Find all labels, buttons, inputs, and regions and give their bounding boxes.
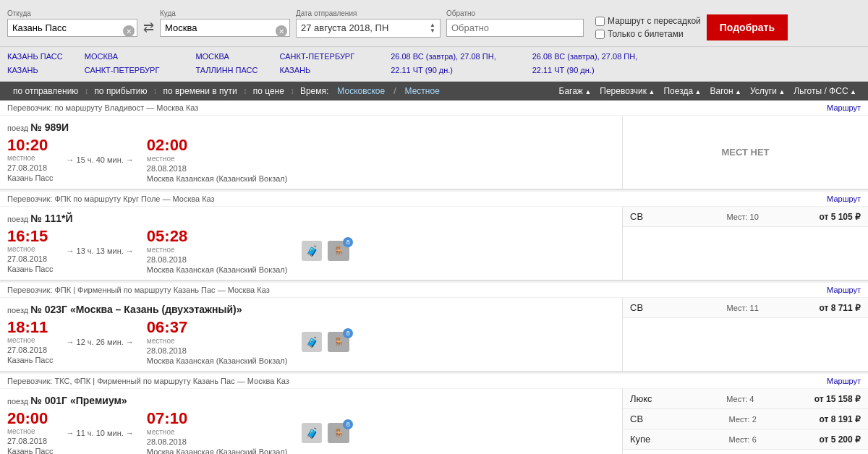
depart-block: 18:11 местное 27.08.2018 Казань Пасс: [7, 319, 53, 364]
sort-by-travel-time[interactable]: по времени в пути: [157, 86, 242, 96]
travel-duration: → 15 ч. 40 мин. →: [66, 155, 133, 164]
from-link-4[interactable]: САНКТ-ПЕТЕРБУРГ: [85, 64, 160, 77]
filter-luggage[interactable]: Багаж: [555, 86, 596, 96]
ticket-panel-3: СВ Мест: 11 от 8 711 ₽: [622, 298, 868, 371]
ticket-price: от 15 158 ₽: [814, 394, 861, 404]
date-quick-links: 26.08 ВС (завтра), 27.08 ПН, 22.11 ЧТ (9…: [391, 50, 496, 77]
to-link-1[interactable]: МОСКВА: [195, 50, 258, 64]
filter-wagon[interactable]: Вагон: [706, 86, 746, 96]
depart-station: Казань Пасс: [7, 356, 53, 364]
ticket-panel-1: МЕСТ НЕТ: [622, 116, 868, 189]
tickets-label: Только с билетами: [608, 29, 684, 39]
from-link-2[interactable]: КАЗАНЬ: [7, 64, 63, 77]
seat-badge: 8: [343, 419, 353, 429]
train-number-2: поезд № 111*Й: [7, 213, 615, 224]
arrive-block: 02:00 местное 28.08.2018 Москва Казанска…: [147, 136, 288, 183]
number-label: поезд: [7, 124, 30, 132]
train-times-1: 10:20 местное 27.08.2018 Казань Пасс → 1…: [7, 136, 615, 183]
ticket-row-3-0[interactable]: СВ Мест: 11 от 8 711 ₽: [623, 298, 868, 318]
swap-button[interactable]: ⇄: [143, 20, 154, 35]
seat-icon: 🪑 8: [328, 332, 349, 352]
luggage-icon: 🧳: [302, 241, 322, 261]
sort-by-price[interactable]: по цене: [247, 86, 290, 96]
date-value: 27 августа 2018, ПН: [301, 22, 427, 33]
date-link-2[interactable]: 22.11 ЧТ (90 дн.): [391, 64, 496, 77]
to-quick-links-2: САНКТ-ПЕТЕРБУРГ КАЗАНЬ: [280, 50, 355, 77]
carrier-text: Перевозчик: ФПК | Фирменный по маршруту …: [7, 286, 270, 294]
to-link-2[interactable]: ТАЛЛИНН ПАСС: [195, 64, 258, 77]
ticket-row-4-2[interactable]: Купе Мест: 6 от 5 200 ₽: [623, 429, 868, 450]
seat-badge: 8: [343, 237, 353, 247]
search-button[interactable]: Подобрать: [707, 14, 788, 40]
arrive-time: 07:10: [147, 409, 288, 428]
ticket-seats: Мест: 11: [666, 304, 819, 312]
travel-duration: → 13 ч. 13 мин. →: [66, 247, 133, 255]
train-number-3: поезд № 023Г «Москва – Казань (двухэтажн…: [7, 304, 615, 315]
sort-by-departure[interactable]: по отправлению: [7, 86, 84, 96]
train-times-2: 16:15 местное 27.08.2018 Казань Пасс → 1…: [7, 227, 615, 274]
number-value: № 989И: [30, 121, 69, 133]
tickets-checkbox[interactable]: [595, 30, 605, 39]
route-link-1[interactable]: Маршрут: [827, 103, 861, 112]
train-times-3: 18:11 местное 27.08.2018 Казань Пасс → 1…: [7, 318, 615, 365]
to-link-3[interactable]: САНКТ-ПЕТЕРБУРГ: [280, 50, 355, 64]
travel-time-1: → 15 ч. 40 мин. →: [60, 155, 139, 164]
filter-carrier[interactable]: Перевозчик: [595, 86, 659, 96]
date-field: Дата отправления 27 августа 2018, ПН ▲ ▼: [296, 9, 441, 38]
arrive-date: 28.08.2018: [147, 346, 288, 355]
luggage-icon: 🧳: [302, 332, 322, 352]
travel-duration: → 11 ч. 10 мин. →: [66, 429, 133, 437]
to-quick-links: МОСКВА ТАЛЛИНН ПАСС: [195, 50, 258, 77]
return-link-1[interactable]: 26.08 ВС (завтра), 27.08 ПН,: [532, 50, 638, 64]
checkboxes: Маршрут с пересадкой Только с билетами: [595, 16, 701, 39]
transfer-checkbox[interactable]: [595, 17, 605, 26]
time-moscow-link[interactable]: Московское: [331, 86, 391, 96]
to-link-4[interactable]: КАЗАНЬ: [280, 64, 355, 77]
to-clear-button[interactable]: ✕: [276, 25, 287, 37]
depart-date: 27.08.2018: [7, 346, 53, 354]
sort-by-arrival[interactable]: по прибытию: [88, 86, 153, 96]
date-link-1[interactable]: 26.08 ВС (завтра), 27.08 ПН,: [391, 50, 496, 64]
train-body-4: поезд № 001Г «Премиум» 20:00 местное 27.…: [0, 389, 868, 454]
route-link-4[interactable]: Маршрут: [827, 377, 861, 385]
route-link-3[interactable]: Маршрут: [827, 286, 861, 294]
ticket-row-4-1[interactable]: СВ Мест: 2 от 8 191 ₽: [623, 409, 868, 429]
depart-time: 18:11: [7, 319, 53, 336]
ticket-price: от 8 191 ₽: [819, 414, 861, 424]
train-item-2: Перевозчик: ФПК по маршруту Круг Поле — …: [0, 192, 868, 281]
seat-badge: 8: [343, 328, 353, 338]
carrier-text: Перевозчик: ТКС, ФПК | Фирменный по марш…: [7, 377, 289, 385]
train-main-2: поезд № 111*Й 16:15 местное 27.08.2018 К…: [0, 207, 622, 280]
from-link-3[interactable]: МОСКВА: [85, 50, 160, 64]
filter-links: Багаж Перевозчик Поезда Вагон Услуги Льг…: [555, 86, 861, 96]
filter-benefits[interactable]: Льготы / ФСС: [789, 86, 861, 96]
ticket-row-4-0[interactable]: Люкс Мест: 4 от 15 158 ₽: [623, 389, 868, 409]
ticket-row-2-0[interactable]: СВ Мест: 10 от 5 105 ₽: [623, 207, 868, 227]
train-header-4: Перевозчик: ТКС, ФПК | Фирменный по марш…: [0, 374, 868, 389]
from-input[interactable]: [7, 19, 137, 37]
tickets-checkbox-label[interactable]: Только с билетами: [595, 29, 701, 39]
ticket-class: СВ: [630, 211, 666, 222]
transfer-checkbox-label[interactable]: Маршрут с пересадкой: [595, 16, 701, 26]
to-input[interactable]: [160, 19, 290, 37]
number-label: поезд: [7, 215, 30, 223]
time-local-link[interactable]: Местное: [399, 86, 446, 96]
train-item-1: Перевозчик: по маршруту Владивост — Моск…: [0, 100, 868, 190]
depart-time: 16:15: [7, 228, 53, 245]
depart-station: Казань Пасс: [7, 447, 53, 454]
train-times-4: 20:00 местное 27.08.2018 Казань Пасс → 1…: [7, 409, 615, 454]
date-select-wrapper[interactable]: 27 августа 2018, ПН ▲ ▼: [296, 19, 441, 38]
route-link-2[interactable]: Маршрут: [827, 194, 861, 203]
sort-bar: по отправлению ↕ по прибытию ↕ по времен…: [0, 82, 868, 100]
return-input[interactable]: [446, 19, 584, 37]
filter-train[interactable]: Поезда: [659, 86, 705, 96]
return-link-2[interactable]: 22.11 ЧТ (90 дн.): [532, 64, 638, 77]
from-clear-button[interactable]: ✕: [123, 25, 135, 37]
depart-date: 27.08.2018: [7, 437, 53, 445]
from-link-1[interactable]: КАЗАНЬ ПАСС: [7, 50, 63, 64]
train-item-3: Перевозчик: ФПК | Фирменный по маршруту …: [0, 283, 868, 372]
date-down-button[interactable]: ▼: [430, 28, 435, 34]
train-number-4: поезд № 001Г «Премиум»: [7, 395, 615, 406]
filter-services[interactable]: Услуги: [746, 86, 789, 96]
return-field: Обратно: [446, 9, 584, 37]
